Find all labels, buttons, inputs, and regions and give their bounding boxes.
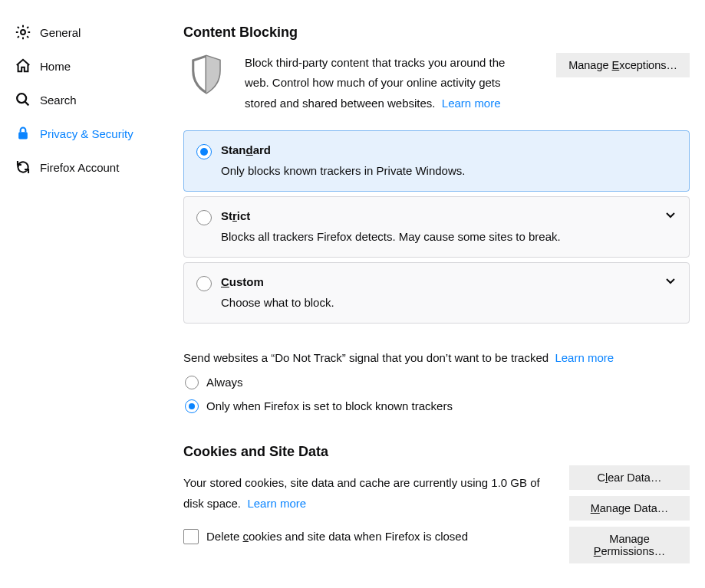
content-blocking-header: Block third-party content that tracks yo… (183, 53, 690, 113)
chevron-down-icon[interactable] (666, 208, 675, 221)
search-icon (14, 90, 32, 109)
clear-data-button[interactable]: Clear Data… (569, 465, 690, 490)
dnt-always-row[interactable]: Always (183, 375, 690, 389)
sidebar-item-account[interactable]: Firefox Account (9, 150, 151, 184)
option-title: Strict (221, 209, 674, 222)
sidebar-item-search[interactable]: Search (9, 83, 151, 117)
learn-more-link[interactable]: Learn more (442, 97, 501, 110)
dnt-onblock-row[interactable]: Only when Firefox is set to block known … (183, 399, 690, 413)
radio-dnt-onblock[interactable] (185, 399, 199, 413)
shield-icon (183, 53, 229, 113)
option-desc: Only blocks known trackers in Private Wi… (221, 164, 674, 177)
radio-standard[interactable] (196, 144, 212, 159)
svg-rect-3 (18, 132, 28, 139)
svg-line-2 (25, 102, 29, 106)
option-title: Custom (221, 275, 674, 288)
blocking-option-strict[interactable]: Strict Blocks all trackers Firefox detec… (183, 196, 690, 258)
cookies-title: Cookies and Site Data (183, 444, 690, 460)
learn-more-link[interactable]: Learn more (247, 497, 306, 510)
chevron-down-icon[interactable] (666, 274, 675, 287)
sidebar-item-privacy[interactable]: Privacy & Security (9, 117, 151, 150)
blocking-option-custom[interactable]: Custom Choose what to block. (183, 262, 690, 324)
manage-permissions-button[interactable]: Manage Permissions… (569, 527, 690, 563)
radio-dnt-always[interactable] (185, 376, 199, 389)
dnt-description: Send websites a “Do Not Track” signal th… (183, 351, 690, 364)
content-blocking-title: Content Blocking (183, 25, 690, 41)
lock-icon (14, 124, 32, 143)
sidebar-item-label: Search (40, 94, 77, 107)
option-desc: Blocks all trackers Firefox detects. May… (221, 230, 674, 243)
home-icon (14, 57, 32, 75)
blocking-option-standard[interactable]: Standard Only blocks known trackers in P… (183, 130, 690, 192)
sidebar-item-label: Home (40, 60, 71, 73)
preferences-main: Content Blocking Block third-party conte… (159, 0, 705, 588)
preferences-sidebar: General Home Search Privacy & Security (0, 0, 159, 588)
option-desc: Choose what to block. (221, 296, 674, 309)
sync-icon (14, 158, 32, 176)
cookies-description: Your stored cookies, site data and cache… (183, 472, 559, 514)
checkbox-delete-on-close[interactable] (183, 529, 199, 544)
sidebar-item-label: General (40, 26, 81, 39)
svg-point-1 (17, 94, 26, 103)
gear-icon (14, 23, 32, 41)
option-title: Standard (221, 143, 674, 156)
cookies-section: Cookies and Site Data Your stored cookie… (183, 444, 690, 544)
radio-strict[interactable] (196, 210, 212, 225)
manage-data-button[interactable]: Manage Data… (569, 496, 690, 521)
radio-custom[interactable] (196, 276, 212, 291)
radio-label: Only when Firefox is set to block known … (206, 399, 453, 412)
manage-exceptions-button[interactable]: Manage Exceptions… (556, 53, 690, 77)
checkbox-label: Delete cookies and site data when Firefo… (206, 530, 468, 543)
sidebar-item-home[interactable]: Home (9, 49, 151, 83)
svg-point-0 (21, 30, 25, 34)
do-not-track-section: Send websites a “Do Not Track” signal th… (183, 351, 690, 413)
cookies-buttons: Clear Data… Manage Data… Manage Permissi… (569, 465, 690, 563)
learn-more-link[interactable]: Learn more (555, 351, 614, 364)
blocking-options: Standard Only blocks known trackers in P… (183, 130, 690, 324)
sidebar-item-general[interactable]: General (9, 15, 151, 49)
radio-label: Always (206, 376, 243, 389)
sidebar-item-label: Firefox Account (40, 161, 119, 174)
content-blocking-description: Block third-party content that tracks yo… (245, 53, 541, 113)
sidebar-item-label: Privacy & Security (40, 127, 133, 140)
